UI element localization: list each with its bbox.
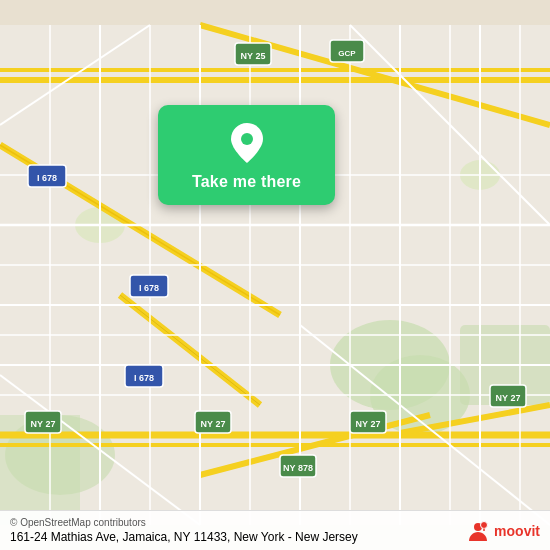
take-me-there-card[interactable]: Take me there: [158, 105, 335, 205]
svg-point-63: [481, 521, 488, 528]
svg-text:GCP: GCP: [338, 49, 356, 58]
map-background: NY 25 GCP I 678 I 678 I 678 NY 27 NY 27 …: [0, 0, 550, 550]
svg-text:I 678: I 678: [139, 283, 159, 293]
location-icon: [225, 121, 269, 165]
svg-text:NY 27: NY 27: [496, 393, 521, 403]
attribution-bar: © OpenStreetMap contributors 161-24 Math…: [0, 510, 550, 550]
svg-text:NY 25: NY 25: [241, 51, 266, 61]
moovit-icon: [466, 519, 490, 543]
take-me-there-button-label: Take me there: [192, 173, 301, 191]
svg-text:NY 27: NY 27: [201, 419, 226, 429]
attribution-left: © OpenStreetMap contributors 161-24 Math…: [10, 517, 358, 544]
svg-text:I 678: I 678: [134, 373, 154, 383]
svg-text:I 678: I 678: [37, 173, 57, 183]
address-text: 161-24 Mathias Ave, Jamaica, NY 11433, N…: [10, 530, 358, 544]
moovit-logo[interactable]: moovit: [466, 519, 540, 543]
openstreetmap-credit: © OpenStreetMap contributors: [10, 517, 358, 528]
svg-point-61: [241, 133, 253, 145]
svg-text:NY 27: NY 27: [31, 419, 56, 429]
svg-text:NY 878: NY 878: [283, 463, 313, 473]
svg-text:NY 27: NY 27: [356, 419, 381, 429]
map-container: NY 25 GCP I 678 I 678 I 678 NY 27 NY 27 …: [0, 0, 550, 550]
moovit-text: moovit: [494, 523, 540, 539]
